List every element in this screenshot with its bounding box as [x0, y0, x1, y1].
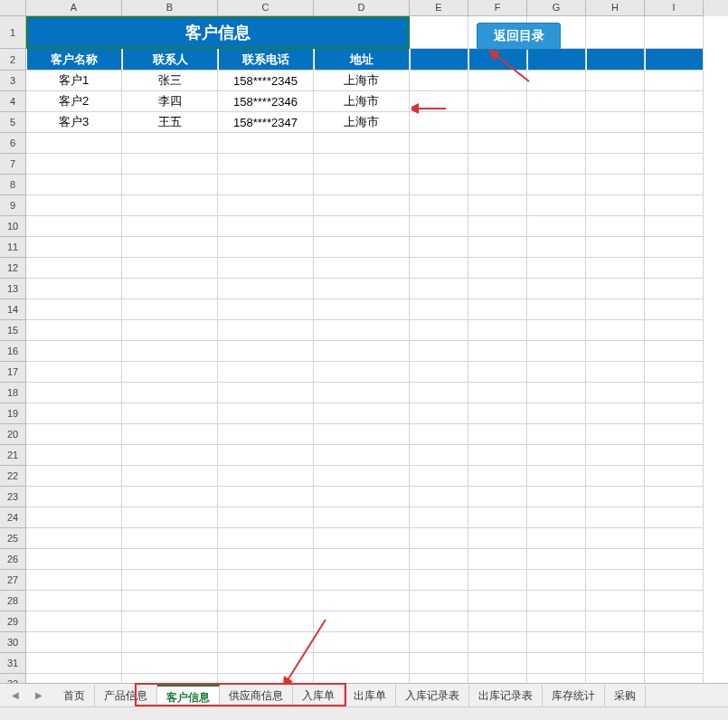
cell[interactable] — [586, 49, 645, 71]
row-header[interactable]: 14 — [0, 299, 26, 320]
cell[interactable] — [314, 154, 410, 175]
cell[interactable] — [645, 112, 704, 133]
row-header[interactable]: 9 — [0, 195, 26, 216]
cell[interactable] — [410, 216, 468, 237]
cell[interactable] — [26, 507, 122, 528]
cell[interactable] — [586, 611, 645, 632]
cell[interactable] — [122, 341, 218, 362]
cell[interactable] — [645, 507, 704, 528]
cell[interactable] — [314, 403, 410, 424]
cell[interactable] — [314, 216, 410, 237]
cell[interactable] — [645, 528, 704, 549]
cell[interactable] — [468, 133, 527, 154]
cell[interactable] — [645, 674, 704, 683]
column-header-D[interactable]: D — [314, 0, 410, 16]
cell[interactable] — [527, 175, 586, 195]
cell[interactable] — [26, 487, 122, 507]
row-header[interactable]: 20 — [0, 424, 26, 445]
cell[interactable] — [527, 528, 586, 549]
cell[interactable] — [410, 341, 468, 362]
cell[interactable] — [26, 591, 122, 611]
cell[interactable] — [586, 591, 645, 611]
cell[interactable] — [26, 549, 122, 570]
cell[interactable] — [468, 424, 527, 445]
cell[interactable] — [468, 632, 527, 653]
cell[interactable] — [586, 216, 645, 237]
cell[interactable] — [26, 216, 122, 237]
cell[interactable] — [218, 362, 314, 383]
cell[interactable] — [410, 674, 468, 683]
sheet-tab[interactable]: 客户信息 — [157, 685, 220, 706]
cell[interactable] — [645, 279, 704, 299]
cell[interactable] — [26, 195, 122, 216]
cell[interactable] — [586, 632, 645, 653]
cell[interactable] — [410, 195, 468, 216]
cell[interactable] — [527, 653, 586, 674]
row-header[interactable]: 7 — [0, 154, 26, 175]
cell[interactable] — [218, 403, 314, 424]
cell[interactable] — [586, 507, 645, 528]
cell[interactable] — [586, 549, 645, 570]
cell[interactable] — [586, 175, 645, 195]
cell[interactable] — [645, 320, 704, 341]
cell[interactable] — [468, 549, 527, 570]
cell[interactable] — [527, 362, 586, 383]
cell[interactable] — [645, 237, 704, 258]
sheet-tab[interactable]: 入库单 — [293, 685, 345, 706]
cell[interactable]: 158****2347 — [218, 112, 314, 133]
cell[interactable] — [218, 653, 314, 674]
cell[interactable] — [645, 611, 704, 632]
cell[interactable] — [527, 320, 586, 341]
cell[interactable] — [410, 487, 468, 507]
cell[interactable] — [218, 507, 314, 528]
cell[interactable] — [122, 299, 218, 320]
sheet-tab[interactable]: 出库记录表 — [469, 685, 543, 706]
column-header-C[interactable]: C — [218, 0, 314, 16]
cell[interactable]: 李四 — [122, 91, 218, 112]
cell[interactable]: 上海市 — [314, 112, 410, 133]
row-header[interactable]: 17 — [0, 362, 26, 383]
title-cell[interactable]: 客户信息 — [26, 16, 410, 49]
cell[interactable] — [527, 299, 586, 320]
cell[interactable] — [410, 632, 468, 653]
cell[interactable] — [468, 175, 527, 195]
cell[interactable] — [26, 258, 122, 279]
cell[interactable] — [410, 653, 468, 674]
cell[interactable] — [314, 653, 410, 674]
cell[interactable] — [468, 570, 527, 591]
cell[interactable] — [527, 154, 586, 175]
cell[interactable] — [314, 341, 410, 362]
cell[interactable] — [410, 611, 468, 632]
sheet-tab[interactable]: 首页 — [54, 685, 95, 706]
cell[interactable] — [314, 674, 410, 683]
cell[interactable] — [527, 237, 586, 258]
cell[interactable] — [410, 507, 468, 528]
cell[interactable] — [314, 466, 410, 487]
cell[interactable] — [218, 154, 314, 175]
cell[interactable] — [645, 653, 704, 674]
cell[interactable] — [468, 279, 527, 299]
cell[interactable] — [122, 570, 218, 591]
cell[interactable] — [410, 528, 468, 549]
cell[interactable] — [586, 341, 645, 362]
cell[interactable] — [645, 154, 704, 175]
cell[interactable] — [122, 133, 218, 154]
row-header[interactable]: 31 — [0, 653, 26, 674]
cell[interactable] — [468, 445, 527, 466]
cell[interactable] — [314, 279, 410, 299]
cell[interactable] — [218, 258, 314, 279]
cell[interactable] — [468, 403, 527, 424]
cell[interactable] — [314, 362, 410, 383]
row-header[interactable]: 30 — [0, 632, 26, 653]
row-header[interactable]: 16 — [0, 341, 26, 362]
cell[interactable] — [586, 258, 645, 279]
cell[interactable] — [527, 570, 586, 591]
cell[interactable] — [314, 383, 410, 403]
cell[interactable] — [410, 362, 468, 383]
cell[interactable] — [26, 445, 122, 466]
cell[interactable] — [410, 383, 468, 403]
header-cell[interactable]: 客户名称 — [26, 49, 122, 71]
row-header[interactable]: 26 — [0, 549, 26, 570]
cell[interactable] — [26, 653, 122, 674]
cell[interactable] — [218, 237, 314, 258]
